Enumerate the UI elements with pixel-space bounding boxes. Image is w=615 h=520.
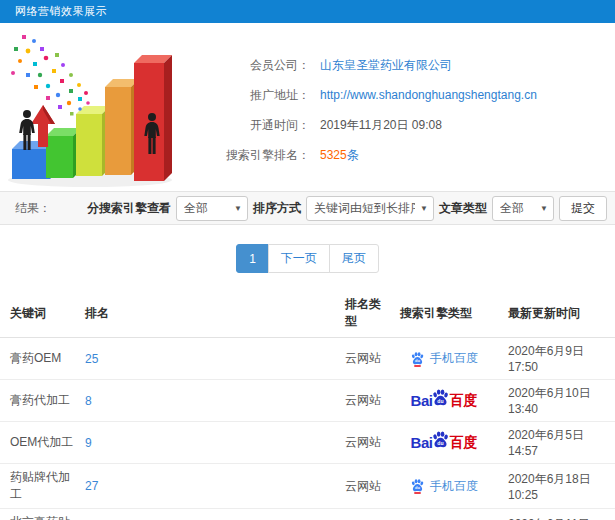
col-header-keyword: 关键词: [0, 289, 75, 338]
updated-time-cell: 2020年6月10日 13:40: [498, 380, 615, 422]
svg-text:du: du: [438, 398, 444, 404]
engine-rank-count-value: 5325条: [320, 147, 359, 164]
keyword-cell: 北京膏药贴牌: [0, 509, 75, 520]
engine-rank-count-field: 搜索引擎排名： 5325条: [192, 147, 615, 164]
table-row: 膏药OEM 25 云网站 du 手机百度 2020年6月9日 17:50: [0, 338, 615, 380]
baidu-logo-du-text: 百度: [449, 434, 477, 452]
mobile-baidu-label: 手机百度: [430, 350, 478, 367]
baidu-logo-du-text: 百度: [449, 392, 477, 410]
promo-url-label: 推广地址：: [192, 87, 310, 104]
rank-count-unit: 条: [347, 148, 359, 162]
company-label: 会员公司：: [192, 57, 310, 74]
rank-type-cell: 云网站: [335, 338, 390, 380]
opened-time-label: 开通时间：: [192, 117, 310, 134]
baidu-paw-icon: du: [431, 388, 450, 407]
baidu-logo: Bai du 百度: [411, 430, 478, 455]
rank-cell[interactable]: 9: [75, 422, 335, 464]
updated-time-cell: 2020年6月9日 17:50: [498, 338, 615, 380]
confetti-dots: [11, 35, 90, 116]
keyword-cell: 膏药代加工: [0, 380, 75, 422]
promo-url-link[interactable]: http://www.shandonghuangshengtang.cn: [320, 88, 537, 102]
engine-type-cell: du 手机百度: [390, 464, 498, 509]
company-field: 会员公司： 山东皇圣堂药业有限公司: [192, 57, 615, 74]
mobile-baidu-badge: du 手机百度: [410, 350, 478, 367]
baidu-paw-icon: du: [431, 430, 450, 449]
svg-text:du: du: [415, 358, 420, 363]
engine-filter-label: 分搜索引擎查看: [87, 200, 171, 217]
submit-button[interactable]: 提交: [559, 196, 607, 221]
pagination: 1 下一页 尾页: [0, 225, 615, 289]
sort-filter-wrap: 关键词由短到长排序 ▼: [306, 196, 434, 221]
table-header-row: 关键词 排名 排名类型 搜索引擎类型 最新更新时间: [0, 289, 615, 338]
baidu-logo-bai-text: Bai: [411, 434, 433, 451]
rank-cell[interactable]: 27: [75, 464, 335, 509]
updated-time-cell: 2020年6月18日 10:25: [498, 464, 615, 509]
col-header-rank: 排名: [75, 289, 335, 338]
rank-count-number: 5325: [320, 148, 347, 162]
page-1-button[interactable]: 1: [236, 244, 269, 273]
engine-rank-count-label: 搜索引擎排名：: [192, 147, 310, 164]
rank-type-cell: 云网站: [335, 509, 390, 520]
col-header-rank-type: 排名类型: [335, 289, 390, 338]
rank-cell[interactable]: 8: [75, 380, 335, 422]
baidu-logo: Bai du 百度: [411, 388, 478, 413]
promo-url-field: 推广地址： http://www.shandonghuangshengtang.…: [192, 87, 615, 104]
page-title-text: 网络营销效果展示: [15, 5, 107, 17]
table-row: OEM代加工 9 云网站 Bai du 百度 2020年6月5日 14:57: [0, 422, 615, 464]
col-header-updated: 最新更新时间: [498, 289, 615, 338]
keyword-cell: OEM代加工: [0, 422, 75, 464]
sort-filter-select[interactable]: 关键词由短到长排序: [306, 196, 434, 221]
last-page-button[interactable]: 尾页: [329, 244, 379, 273]
baidu-paw-icon: du: [410, 351, 425, 367]
next-page-button[interactable]: 下一页: [268, 244, 330, 273]
col-header-engine-type: 搜索引擎类型: [390, 289, 498, 338]
opened-time-value: 2019年11月20日 09:08: [320, 117, 442, 134]
filter-bar: 结果： 分搜索引擎查看 全部 ▼ 排序方式 关键词由短到长排序 ▼ 文章类型 全…: [0, 191, 615, 225]
info-section: 会员公司： 山东皇圣堂药业有限公司 推广地址： http://www.shand…: [0, 23, 615, 191]
rank-type-cell: 云网站: [335, 464, 390, 509]
result-label: 结果：: [15, 200, 51, 217]
engine-type-cell: Bai du 百度: [390, 422, 498, 464]
engine-filter-wrap: 全部 ▼: [176, 196, 248, 221]
table-row: 药贴牌代加工 27 云网站 du 手机百度 2020年6月18日 10:25: [0, 464, 615, 509]
engine-type-cell: du 手机百度: [390, 338, 498, 380]
updated-time-cell: 2020年6月5日 14:57: [498, 422, 615, 464]
engine-filter-select[interactable]: 全部: [176, 196, 248, 221]
article-type-wrap: 全部 ▼: [492, 196, 554, 221]
company-link[interactable]: 山东皇圣堂药业有限公司: [320, 57, 452, 74]
rank-type-cell: 云网站: [335, 380, 390, 422]
baidu-logo-bai-text: Bai: [411, 392, 433, 409]
svg-text:du: du: [438, 440, 444, 446]
keyword-cell: 膏药OEM: [0, 338, 75, 380]
info-fields: 会员公司： 山东皇圣堂药业有限公司 推广地址： http://www.shand…: [192, 55, 615, 164]
rank-cell[interactable]: 25: [75, 338, 335, 380]
article-type-label: 文章类型: [439, 200, 487, 217]
growth-chart-image: [0, 29, 192, 189]
page-title: 网络营销效果展示: [0, 0, 615, 23]
rank-type-cell: 云网站: [335, 422, 390, 464]
rank-cell[interactable]: 1: [75, 509, 335, 520]
engine-type-cell: Bai du 百度: [390, 380, 498, 422]
filter-controls: 分搜索引擎查看 全部 ▼ 排序方式 关键词由短到长排序 ▼ 文章类型 全部 ▼ …: [87, 196, 607, 221]
mobile-baidu-label: 手机百度: [430, 478, 478, 495]
mobile-baidu-badge: du 手机百度: [410, 478, 478, 495]
svg-text:du: du: [415, 485, 420, 490]
keyword-cell: 药贴牌代加工: [0, 464, 75, 509]
opened-time-field: 开通时间： 2019年11月20日 09:08: [192, 117, 615, 134]
article-type-select[interactable]: 全部: [492, 196, 554, 221]
table-row: 膏药代加工 8 云网站 Bai du 百度 2020年6月10日 13:40: [0, 380, 615, 422]
updated-time-cell: 2020年6月11日 11:18: [498, 509, 615, 520]
baidu-paw-icon: du: [410, 478, 425, 494]
results-table: 关键词 排名 排名类型 搜索引擎类型 最新更新时间 膏药OEM 25 云网站 d…: [0, 289, 615, 520]
engine-type-cell: Bai du 百度: [390, 509, 498, 520]
sort-filter-label: 排序方式: [253, 200, 301, 217]
results-table-body: 膏药OEM 25 云网站 du 手机百度 2020年6月9日 17:50 膏药代…: [0, 338, 615, 520]
table-row: 北京膏药贴牌 1 云网站 Bai du 百度 2020年6月11日 11:18: [0, 509, 615, 520]
